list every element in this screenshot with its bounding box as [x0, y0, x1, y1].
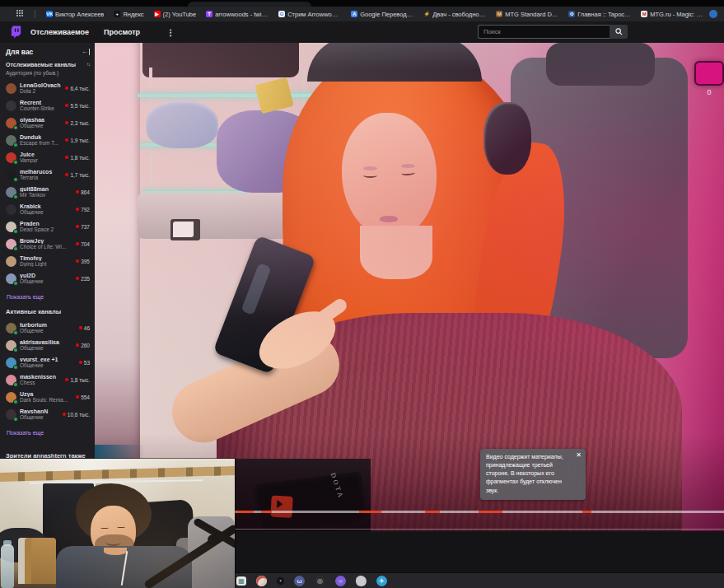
channel-row[interactable]: olyashaa Общение 2,3 тыс. [6, 114, 90, 132]
channel-avatar [6, 273, 16, 284]
muted-segment [479, 511, 502, 513]
taskbar-app-icon[interactable] [356, 576, 367, 586]
channel-name: yul2D [20, 273, 72, 278]
viewer-count: 5,5 тыс. [65, 103, 90, 109]
viewer-count: 10,6 тыс. [63, 412, 90, 418]
channel-name: olyashaa [20, 117, 62, 123]
bookmark-item[interactable]: G Стрим Arrowwood... [274, 10, 345, 19]
bookmark-item[interactable]: M MTG Standard Daily... [492, 10, 563, 19]
muted-audio-notice-text: Видео содержит материалы, принадлежащие … [486, 453, 572, 495]
channel-avatar [6, 100, 16, 111]
show-more-link-2[interactable]: Показать еще [7, 430, 44, 436]
channel-row[interactable]: Dunduk Escape from T... 1,9 тыс. [6, 132, 90, 149]
twitch-logo-icon[interactable] [10, 26, 22, 39]
bookmark-label: (2) YouTube [163, 11, 197, 18]
taskbar-app-icon[interactable]: ◎ [315, 576, 325, 586]
bookmark-favicon: M [641, 11, 647, 17]
camera-badge-icon [13, 160, 18, 165]
channel-avatar [6, 256, 16, 267]
channel-row[interactable]: RavshanN Общение 10,6 тыс. [6, 406, 90, 423]
bookmark-item[interactable]: M MTG.ru - Magic: the... [637, 10, 706, 19]
channel-row[interactable]: Timofey Dying Light 395 [6, 253, 90, 270]
channel-row[interactable]: BrowJey Choice of Life: Wi... 704 [6, 236, 90, 253]
bookmark-item[interactable]: ▶ (2) YouTube [150, 10, 201, 19]
channel-row[interactable]: Juice Vampyr 1,8 тыс. [6, 149, 90, 166]
channel-category: Terraria [20, 175, 62, 180]
channel-row[interactable]: Recrent Counter-Strike 5,5 тыс. [6, 97, 90, 114]
channel-avatar [6, 340, 16, 351]
pip-video-overlay[interactable] [0, 459, 235, 588]
channel-category: Общение [20, 209, 72, 215]
channel-row[interactable]: Uzya Dark Souls: Rema... 554 [6, 389, 90, 406]
channel-row[interactable]: LenaGolOvach Dota 2 6,4 тыс. [6, 80, 90, 97]
channel-name: melharucos [20, 169, 62, 175]
channel-row[interactable]: turborium Общение 46 [6, 320, 90, 337]
apps-grid-icon[interactable] [16, 10, 25, 18]
live-dot-icon [76, 343, 79, 347]
channel-category: Общение [20, 345, 72, 351]
taskbar-app-icon[interactable]: ▦ [236, 576, 246, 586]
channel-category: Chess [20, 380, 62, 385]
channel-row[interactable]: aktrisavasilisa Общение 260 [6, 337, 90, 354]
extension-icon[interactable] [709, 10, 717, 18]
bookmark-item[interactable]: VK Виктор Алексеев [42, 10, 108, 19]
bookmark-label: Google Переводчик [360, 11, 413, 18]
channel-name: Uzya [20, 391, 72, 397]
nav-following[interactable]: Отслеживаемое [30, 28, 89, 36]
channel-avatar [6, 83, 16, 94]
channel-category: Общение [20, 362, 76, 368]
channel-category: Escape from T... [20, 140, 62, 146]
channel-row[interactable]: guit88man Mir Tankov 864 [6, 184, 90, 201]
bookmark-item[interactable]: ⚡ Двач - свободное... [419, 10, 490, 19]
viewer-count: 260 [76, 343, 90, 348]
muted-segment [236, 511, 254, 513]
warm-light-wash [0, 459, 235, 588]
search-button[interactable] [610, 25, 628, 39]
close-icon[interactable]: ✕ [576, 452, 582, 459]
channel-row[interactable]: melharucos Terraria 1,7 тыс. [6, 166, 90, 184]
channel-row[interactable]: yul2D Общение 235 [6, 270, 90, 287]
bookmark-item[interactable]: + Яндекс [110, 10, 147, 19]
camera-badge-icon [13, 330, 18, 335]
channel-name: Krabick [20, 203, 72, 209]
bookmark-item[interactable]: T arrowwoods - twitch [202, 10, 273, 19]
show-more-link[interactable]: Показать еще [7, 294, 44, 300]
bookmark-favicon: ⚡ [423, 11, 430, 17]
collapse-sidebar-icon[interactable]: ← [82, 49, 90, 55]
channel-row[interactable]: Praden Dead Space 2 737 [6, 218, 90, 236]
channel-avatar [6, 152, 16, 163]
channel-row[interactable]: vvurst_exe +1 Общение 53 [6, 354, 90, 371]
bookmark-item[interactable]: ⚙ Главная :: Tapochek... [564, 10, 635, 19]
browser-tab-strip [0, 0, 724, 7]
bookmark-favicon: VK [46, 11, 53, 17]
taskbar-app-icon[interactable]: ω [294, 576, 305, 586]
bookmark-item[interactable]: A Google Переводчик [347, 10, 418, 19]
bookmark-label: Главная :: Tapochek... [577, 11, 631, 18]
sort-icon[interactable]: ↑↓ [86, 62, 90, 67]
live-dot-icon [76, 225, 79, 228]
stream-overlay-counter: 0 [694, 88, 724, 96]
channel-row[interactable]: maskenissen Chess 1,8 тыс. [6, 371, 90, 389]
channel-name: LenaGolOvach [20, 82, 62, 88]
twitch-nav: Отслеживаемое Просмотр ⋮ [30, 28, 175, 37]
taskbar-app-icon[interactable]: • [277, 577, 284, 585]
channel-name: maskenissen [20, 374, 62, 380]
nav-browse[interactable]: Просмотр [104, 28, 140, 36]
for-you-title: Для вас [6, 48, 33, 56]
viewer-count: 46 [79, 325, 90, 331]
taskbar-app-icon[interactable]: ○ [335, 576, 346, 586]
camera-badge-icon [13, 382, 18, 387]
channel-row[interactable]: Krabick Общение 792 [6, 201, 90, 218]
more-menu-icon[interactable]: ⋮ [166, 28, 175, 37]
search-input[interactable] [478, 25, 610, 39]
bookmark-favicon: A [351, 11, 357, 17]
camera-badge-icon [13, 365, 18, 370]
taskbar-app-icon[interactable]: ✈ [376, 576, 387, 586]
live-dot-icon [65, 156, 68, 159]
camera-badge-icon [13, 125, 18, 130]
taskbar-app-icon[interactable] [256, 576, 267, 586]
viewer-count: 235 [76, 276, 90, 282]
channel-avatar [6, 187, 16, 198]
camera-badge-icon [13, 281, 18, 286]
channel-category: Общение [20, 414, 59, 420]
